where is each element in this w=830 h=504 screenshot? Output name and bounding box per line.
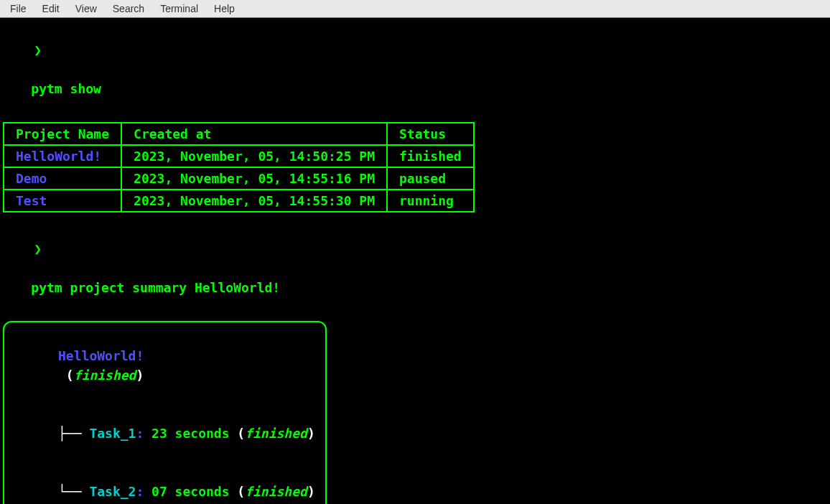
menu-view[interactable]: View (70, 1, 103, 16)
cell-created: 2023, November, 05, 14:50:25 PM (121, 145, 387, 167)
task-duration: 07 seconds (151, 484, 229, 499)
cell-created: 2023, November, 05, 14:55:30 PM (121, 190, 387, 212)
terminal-output[interactable]: ❯ pytm show Project Name Created at Stat… (0, 18, 830, 504)
summary-project: HelloWorld! (58, 348, 144, 363)
task-status: finished (245, 426, 307, 441)
cell-project: Test (4, 190, 121, 212)
task-name: Task_1 (89, 426, 136, 441)
cell-project: HelloWorld! (4, 145, 121, 167)
table-row: HelloWorld! 2023, November, 05, 14:50:25… (4, 145, 474, 167)
command-summary: pytm project summary HelloWorld! (31, 280, 280, 295)
tree-branch-icon: ├── (58, 426, 89, 441)
cell-status: finished (387, 145, 474, 167)
menu-help[interactable]: Help (208, 1, 241, 16)
th-status: Status (387, 123, 474, 145)
prompt-char: ❯ (31, 241, 42, 256)
cell-status: paused (387, 167, 474, 190)
cell-status: running (387, 190, 474, 212)
cell-project: Demo (4, 167, 121, 190)
menu-edit[interactable]: Edit (37, 1, 65, 16)
prompt-char: ❯ (31, 42, 42, 57)
cell-created: 2023, November, 05, 14:55:16 PM (121, 167, 387, 190)
task-status: finished (245, 484, 307, 499)
command-show: pytm show (31, 81, 101, 96)
tree-branch-icon: └── (58, 484, 89, 499)
th-project: Project Name (4, 123, 121, 145)
th-created: Created at (121, 123, 387, 145)
menu-search[interactable]: Search (107, 1, 150, 16)
task-duration: 23 seconds (151, 426, 229, 441)
menu-terminal[interactable]: Terminal (154, 1, 204, 16)
task-name: Task_2 (89, 484, 136, 499)
table-row: Demo 2023, November, 05, 14:55:16 PM pau… (4, 167, 474, 190)
table-row: Test 2023, November, 05, 14:55:30 PM run… (4, 190, 474, 212)
menu-file[interactable]: File (4, 1, 32, 16)
projects-table: Project Name Created at Status HelloWorl… (3, 122, 475, 213)
summary-box: HelloWorld! (finished) ├── Task_1: 23 se… (3, 321, 327, 504)
summary-project-status: finished (74, 368, 136, 383)
menubar: File Edit View Search Terminal Help (0, 0, 830, 18)
